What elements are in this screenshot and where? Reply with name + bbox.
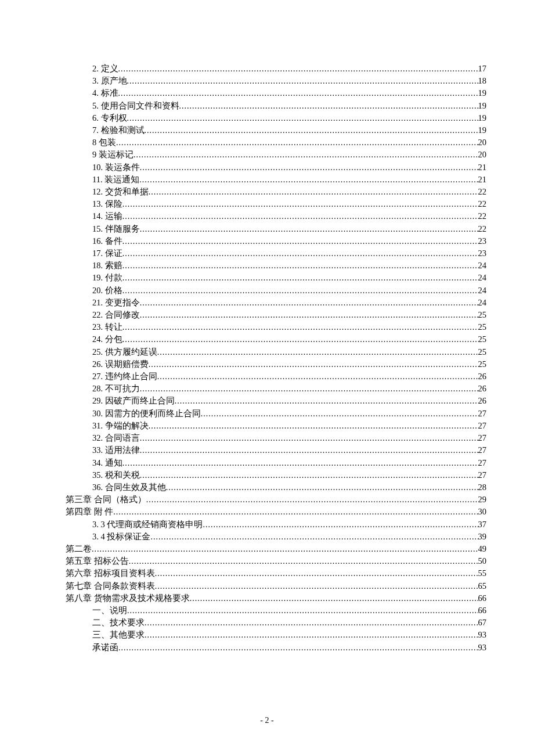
- toc-page-number: 19: [478, 100, 487, 112]
- toc-page-number: 28: [478, 481, 487, 494]
- toc-entry: 二、技术要求67: [66, 617, 486, 629]
- toc-label: 30. 因需方的便利而终止合同: [92, 408, 201, 420]
- toc-entry: 一、说明66: [66, 604, 486, 617]
- toc-label: 9 装运标记: [92, 149, 134, 161]
- toc-label: 5. 使用合同文件和资料: [92, 100, 179, 112]
- toc-label: 第五章 招标公告: [66, 555, 129, 567]
- toc-leader-dots: [157, 346, 478, 358]
- toc-leader-dots: [134, 149, 478, 161]
- toc-page-number: 19: [478, 124, 487, 136]
- toc-leader-dots: [122, 235, 478, 247]
- toc-entry: 12. 交货和单据22: [66, 186, 486, 198]
- toc-page-number: 20: [478, 149, 487, 161]
- toc-page-number: 25: [478, 346, 487, 358]
- toc-leader-dots: [122, 457, 478, 469]
- toc-leader-dots: [145, 617, 478, 629]
- toc-label: 34. 通知: [92, 457, 122, 469]
- toc-entry: 21. 变更指令24: [66, 297, 486, 309]
- toc-page-number: 22: [478, 223, 487, 235]
- toc-entry: 5. 使用合同文件和资料19: [66, 100, 486, 112]
- toc-label: 18. 索赔: [92, 260, 122, 272]
- toc-page-number: 93: [478, 642, 487, 654]
- toc-page-number: 30: [478, 506, 487, 518]
- toc-page-number: 26: [478, 395, 487, 407]
- toc-container: 2. 定义173. 原产地184. 标准195. 使用合同文件和资料196. 专…: [66, 63, 486, 654]
- toc-entry: 第八章 货物需求及技术规格要求66: [66, 592, 486, 604]
- toc-label: 第二卷: [66, 543, 92, 555]
- toc-leader-dots: [122, 272, 478, 284]
- toc-leader-dots: [122, 321, 478, 333]
- toc-label: 3. 3 代理商或经销商资格申明: [92, 519, 203, 531]
- toc-page-number: 25: [478, 321, 487, 333]
- toc-label: 19. 付款: [92, 272, 122, 284]
- toc-label: 6. 专利权: [92, 112, 127, 124]
- toc-page-number: 67: [478, 617, 487, 629]
- toc-entry: 第三章 合同（格式）29: [66, 494, 486, 506]
- toc-label: 21. 变更指令: [92, 297, 140, 309]
- toc-page-number: 27: [478, 432, 487, 444]
- toc-page-number: 27: [478, 469, 487, 481]
- toc-label: 20. 价格: [92, 285, 122, 297]
- toc-label: 27. 违约终止合同: [92, 370, 157, 383]
- toc-entry: 4. 标准19: [66, 87, 486, 99]
- toc-page-number: 65: [478, 580, 487, 592]
- toc-entry: 三、其他要求93: [66, 629, 486, 641]
- toc-leader-dots: [179, 100, 478, 112]
- toc-entry: 11. 装运通知21: [66, 174, 486, 186]
- toc-entry: 第四章 附 件30: [66, 506, 486, 518]
- toc-page-number: 93: [478, 629, 487, 641]
- toc-label: 35. 税和关税: [92, 469, 140, 481]
- toc-entry: 24. 分包25: [66, 333, 486, 345]
- toc-label: 22. 合同修改: [92, 309, 140, 321]
- toc-entry: 3. 3 代理商或经销商资格申明37: [66, 519, 486, 531]
- toc-entry: 26. 误期赔偿费25: [66, 358, 486, 370]
- toc-page-number: 20: [478, 136, 487, 149]
- toc-leader-dots: [139, 174, 478, 186]
- toc-page-number: 17: [478, 63, 487, 75]
- toc-entry: 25. 供方履约延误25: [66, 346, 486, 358]
- toc-entry: 8 包装20: [66, 136, 486, 149]
- toc-leader-dots: [92, 543, 478, 555]
- toc-label: 第四章 附 件: [66, 506, 113, 518]
- toc-page-number: 49: [478, 543, 487, 555]
- toc-page-number: 22: [478, 186, 487, 198]
- toc-leader-dots: [150, 531, 478, 543]
- toc-label: 24. 分包: [92, 333, 122, 345]
- toc-leader-dots: [122, 285, 478, 297]
- toc-page-number: 22: [478, 198, 487, 210]
- page-number: - 2 -: [260, 716, 273, 725]
- toc-label: 二、技术要求: [92, 617, 145, 629]
- toc-page-number: 21: [478, 174, 487, 186]
- toc-label: 36. 合同生效及其他: [92, 481, 166, 494]
- toc-page-number: 23: [478, 247, 487, 260]
- toc-label: 第六章 招标项目资料表: [66, 567, 155, 579]
- toc-leader-dots: [149, 420, 478, 432]
- toc-leader-dots: [129, 555, 478, 567]
- toc-entry: 承诺函93: [66, 642, 486, 654]
- toc-page-number: 50: [478, 555, 487, 567]
- toc-page-number: 39: [478, 531, 487, 543]
- toc-label: 4. 标准: [92, 87, 118, 99]
- toc-entry: 第六章 招标项目资料表55: [66, 567, 486, 579]
- toc-leader-dots: [140, 161, 478, 174]
- toc-leader-dots: [140, 309, 478, 321]
- toc-label: 16. 备件: [92, 235, 122, 247]
- toc-entry: 29. 因破产而终止合同26: [66, 395, 486, 407]
- toc-entry: 18. 索赔24: [66, 260, 486, 272]
- toc-leader-dots: [145, 124, 478, 136]
- toc-leader-dots: [140, 444, 478, 456]
- toc-label: 31. 争端的解决: [92, 420, 149, 432]
- toc-leader-dots: [203, 519, 478, 531]
- toc-leader-dots: [122, 210, 478, 222]
- toc-label: 25. 供方履约延误: [92, 346, 157, 358]
- toc-entry: 3. 4 投标保证金39: [66, 531, 486, 543]
- toc-entry: 7. 检验和测试19: [66, 124, 486, 136]
- toc-page-number: 29: [478, 494, 487, 506]
- toc-page-number: 24: [478, 260, 487, 272]
- toc-leader-dots: [118, 63, 478, 75]
- toc-leader-dots: [122, 260, 478, 272]
- toc-label: 33. 适用法律: [92, 444, 140, 456]
- toc-leader-dots: [122, 247, 478, 260]
- toc-entry: 22. 合同修改25: [66, 309, 486, 321]
- toc-leader-dots: [127, 604, 478, 617]
